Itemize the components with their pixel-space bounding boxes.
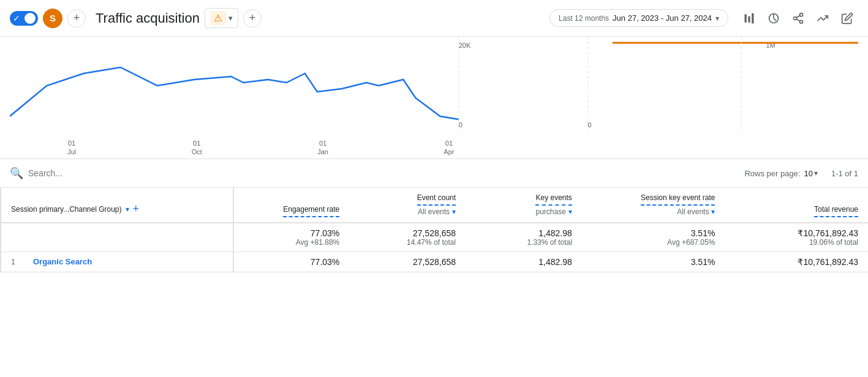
svg-point-6: [800, 20, 803, 23]
svg-rect-2: [752, 13, 753, 23]
date-dropdown-arrow: ▾: [715, 14, 719, 23]
date-range: Jun 27, 2023 - Jun 27, 2024: [613, 13, 712, 23]
rows-select-dropdown[interactable]: 10 ▾: [804, 169, 817, 178]
toolbar-icons: [738, 7, 858, 29]
total-revenue-label: Total revenue: [814, 204, 858, 217]
subtotal-event-count-cell: 27,528,658 14.47% of total: [349, 223, 466, 252]
search-box: 🔍: [10, 166, 739, 180]
svg-rect-1: [748, 16, 750, 22]
subtotal-session-key-rate: 3.51%: [592, 228, 715, 238]
row-total-revenue-cell: ₹10,761,892.43: [725, 252, 868, 272]
table-controls: 🔍 Rows per page: 10 ▾ 1-1 of 1: [0, 159, 868, 188]
compare-icon-button[interactable]: [738, 7, 760, 29]
title-warning-dropdown[interactable]: ⚠ ▾: [205, 8, 238, 28]
chart-area: 20K 0 0 1M 01Jul 01Oct 01Jan 01Apr: [0, 37, 868, 159]
rows-per-page-control: Rows per page: 10 ▾ 1-1 of 1: [744, 169, 858, 178]
row-engagement-rate: 77.03%: [311, 257, 339, 267]
date-period: Last 12 months: [559, 14, 609, 23]
col-header-event-count: Event count All events ▾: [349, 188, 466, 223]
row-dimension-link[interactable]: Organic Search: [33, 257, 92, 266]
subtotal-engagement-rate-sub: Avg +81.88%: [244, 238, 340, 247]
svg-point-4: [800, 13, 803, 16]
subtotal-key-events: 1,482.98: [475, 228, 572, 238]
subtotal-total-revenue-sub: 19.06% of total: [734, 238, 858, 247]
row-total-revenue: ₹10,761,892.43: [798, 257, 858, 267]
dimension-col-label: Session primary...Channel Group): [11, 204, 122, 215]
rows-per-page-label: Rows per page:: [744, 169, 800, 178]
svg-text:0: 0: [459, 121, 462, 129]
search-icon: 🔍: [10, 166, 23, 180]
session-key-filter: All events: [677, 207, 709, 217]
subtotal-dimension-cell: [1, 223, 233, 252]
toggle-pill[interactable]: ✓: [10, 11, 38, 26]
x-label-apr: 01Apr: [443, 139, 454, 157]
svg-rect-0: [745, 14, 747, 22]
toggle-knob: [25, 13, 36, 24]
row-event-count: 27,528,658: [413, 257, 456, 267]
check-icon: ✓: [13, 13, 20, 23]
col-header-key-events: Key events purchase ▾: [466, 188, 582, 223]
svg-text:0: 0: [587, 121, 591, 129]
session-key-event-rate-label: Session key event rate: [641, 193, 715, 206]
row-session-key-rate: 3.51%: [691, 257, 715, 267]
subtotal-total-revenue: ₹10,761,892.43: [734, 228, 858, 238]
rows-select-arrow: ▾: [814, 169, 818, 177]
subtotal-event-count-sub: 14.47% of total: [359, 238, 456, 247]
x-label-jan: 01Jan: [317, 139, 328, 157]
edit-icon-button[interactable]: [836, 7, 858, 29]
svg-point-5: [794, 17, 797, 20]
share-icon-button[interactable]: [787, 7, 809, 29]
col-header-total-revenue: Total revenue: [725, 188, 868, 223]
pagination-label: 1-1 of 1: [831, 169, 858, 178]
subtotal-row: 77.03% Avg +81.88% 27,528,658 14.47% of …: [1, 223, 868, 252]
row-key-events-cell: 1,482.98: [466, 252, 582, 272]
key-events-label: Key events: [535, 193, 572, 206]
data-table: Session primary...Channel Group) ▾ + Eng…: [0, 188, 868, 272]
event-count-filter: All events: [418, 207, 450, 217]
avatar: S: [43, 9, 62, 28]
subtotal-session-key-rate-cell: 3.51% Avg +687.05%: [582, 223, 725, 252]
table-row: 1 Organic Search 77.03% 27,528,658 1,482…: [1, 252, 868, 272]
rows-select-value: 10: [804, 169, 812, 178]
add-column-button[interactable]: +: [133, 201, 140, 217]
line-chart: 20K 0 0 1M: [10, 37, 858, 135]
subtotal-engagement-rate-cell: 77.03% Avg +81.88%: [233, 223, 350, 252]
subtotal-key-events-sub: 1.33% of total: [475, 238, 572, 247]
subtotal-event-count: 27,528,658: [359, 228, 456, 238]
x-axis: 01Jul 01Oct 01Jan 01Apr: [10, 136, 858, 162]
subtotal-key-events-cell: 1,482.98 1.33% of total: [466, 223, 582, 252]
row-event-count-cell: 27,528,658: [349, 252, 466, 272]
add-tab-button[interactable]: +: [67, 9, 86, 28]
dropdown-arrow: ▾: [228, 13, 233, 23]
add-report-button[interactable]: +: [243, 9, 262, 28]
warning-icon: ⚠: [210, 11, 226, 25]
row-key-events: 1,482.98: [538, 257, 572, 267]
row-engagement-rate-cell: 77.03%: [233, 252, 350, 272]
chart-type-icon-button[interactable]: [763, 7, 785, 29]
row-number: 1: [11, 258, 26, 266]
col-header-dimension: Session primary...Channel Group) ▾ +: [1, 188, 233, 223]
row-dimension-cell: 1 Organic Search: [1, 252, 233, 272]
event-count-filter-arrow[interactable]: ▾: [452, 207, 456, 217]
date-range-picker[interactable]: Last 12 months Jun 27, 2023 - Jun 27, 20…: [549, 9, 728, 27]
key-events-filter-arrow[interactable]: ▾: [568, 207, 572, 217]
x-label-jul: 01Jul: [67, 139, 76, 157]
session-key-filter-arrow[interactable]: ▾: [711, 207, 715, 217]
subtotal-total-revenue-cell: ₹10,761,892.43 19.06% of total: [725, 223, 868, 252]
subtotal-session-key-sub: Avg +687.05%: [592, 238, 715, 247]
svg-text:20K: 20K: [459, 42, 471, 49]
dimension-filter-icon[interactable]: ▾: [126, 204, 129, 215]
engagement-rate-label: Engagement rate: [283, 204, 339, 217]
row-session-key-rate-cell: 3.51%: [582, 252, 725, 272]
page-title: Traffic acquisition: [96, 10, 200, 26]
trend-icon-button[interactable]: [812, 7, 834, 29]
key-events-filter: purchase: [535, 207, 565, 217]
top-bar: ✓ S + Traffic acquisition ⚠ ▾ + Last 12 …: [0, 0, 868, 37]
col-header-session-key-event-rate: Session key event rate All events ▾: [582, 188, 725, 223]
event-count-label: Event count: [417, 193, 456, 206]
x-label-oct: 01Oct: [192, 139, 202, 157]
search-input[interactable]: [28, 168, 151, 178]
col-header-engagement-rate: Engagement rate: [233, 188, 350, 223]
subtotal-engagement-rate: 77.03%: [244, 228, 340, 238]
